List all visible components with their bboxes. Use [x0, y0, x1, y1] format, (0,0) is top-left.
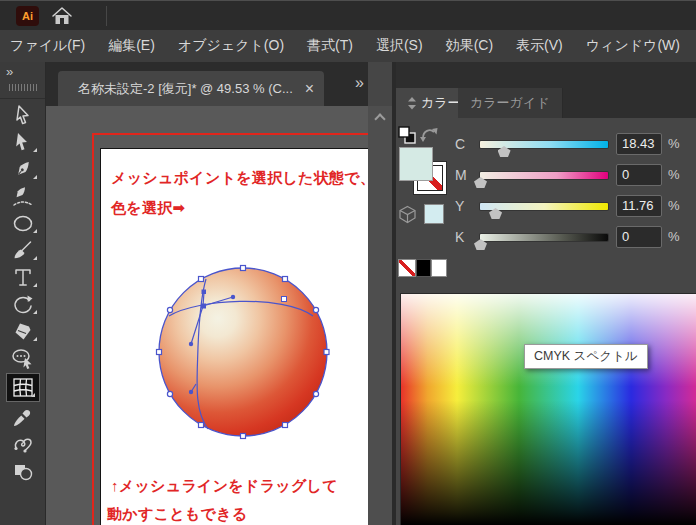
shapes-tool-icon	[11, 459, 35, 483]
shape-builder-tool[interactable]	[5, 345, 41, 372]
menu-file[interactable]: ファイル(F)	[10, 37, 85, 55]
pen-tool[interactable]	[5, 156, 41, 183]
tab-color-guide-label: カラーガイド	[470, 94, 550, 112]
magenta-slider-row: M 0 %	[396, 164, 696, 188]
type-tool-icon	[11, 266, 35, 290]
magenta-value-field[interactable]: 0	[616, 164, 662, 186]
quick-swatch-none[interactable]	[398, 259, 416, 277]
tab-close-icon[interactable]: ×	[305, 81, 314, 97]
yellow-unit: %	[668, 198, 680, 213]
eraser-tool[interactable]	[5, 318, 41, 345]
yellow-label: Y	[455, 198, 464, 214]
paintbrush-tool[interactable]	[5, 237, 41, 264]
menu-object[interactable]: オブジェクト(O)	[178, 37, 284, 55]
mesh-tool-icon	[11, 376, 35, 400]
cyan-unit: %	[668, 136, 680, 151]
spectrum-tooltip: CMYK スペクトル	[524, 344, 648, 369]
puppet-warp-tool[interactable]	[5, 430, 41, 457]
eraser-tool-icon	[11, 320, 35, 344]
curvature-tool[interactable]	[5, 183, 41, 210]
menu-effect[interactable]: 効果(C)	[446, 37, 493, 55]
paintbrush-tool-icon	[11, 239, 35, 263]
black-slider-handle[interactable]	[474, 239, 487, 250]
illustrator-window: Ai ファイル(F) 編集(E) オブジェクト(O) 書式(T) 選択(S) 効…	[0, 0, 696, 525]
direct-selection-tool-icon	[11, 131, 35, 155]
magenta-unit: %	[668, 167, 680, 182]
black-unit: %	[668, 229, 680, 244]
annotation-bottom-line2: 動かすこともできる	[107, 505, 248, 524]
eyedropper-tool-icon	[11, 405, 35, 429]
canvas[interactable]: メッシュポイントを選択した状態で、 色を選択➡	[46, 106, 368, 525]
tab-color-label: カラー	[421, 94, 461, 112]
yellow-slider-handle[interactable]	[489, 208, 502, 219]
cyan-value-field[interactable]: 18.43	[616, 133, 662, 155]
tab-overflow-icon[interactable]: »	[355, 74, 362, 92]
toolbar-drag-grip[interactable]	[9, 84, 37, 91]
black-slider-row: K 0 %	[396, 226, 696, 250]
menu-type[interactable]: 書式(T)	[307, 37, 353, 55]
direct-selection-tool[interactable]	[5, 129, 41, 156]
magenta-slider[interactable]	[480, 172, 608, 179]
mesh-sphere-fill	[159, 268, 327, 436]
menu-select[interactable]: 選択(S)	[376, 37, 423, 55]
home-icon	[51, 6, 73, 26]
ellipse-tool-icon	[11, 212, 35, 236]
puppet-warp-tool-icon	[11, 432, 35, 456]
toolbar-expand-button[interactable]: »	[6, 64, 11, 79]
yellow-slider-row: Y 11.76 %	[396, 195, 696, 219]
black-label: K	[455, 229, 464, 245]
home-button[interactable]	[50, 5, 74, 27]
yellow-slider[interactable]	[480, 203, 608, 210]
tool-list	[0, 102, 46, 484]
black-value-field[interactable]: 0	[616, 226, 662, 248]
menu-window[interactable]: ウィンドウ(W)	[586, 37, 680, 55]
type-tool[interactable]	[5, 264, 41, 291]
magenta-slider-handle[interactable]	[474, 177, 487, 188]
canvas-scrollbar[interactable]	[368, 106, 392, 525]
pen-tool-icon	[11, 158, 35, 182]
annotation-bottom-line1: ↑メッシュラインをドラッグして	[111, 477, 338, 496]
tab-color-guide[interactable]: カラーガイド	[458, 88, 563, 118]
panel-collapse-icon[interactable]	[408, 97, 416, 110]
ellipse-tool[interactable]	[5, 210, 41, 237]
menu-edit[interactable]: 編集(E)	[108, 37, 155, 55]
document-tab-title: 名称未設定-2 [復元]* @ 49.53 % (C...	[78, 80, 293, 98]
color-panel-header: カラー カラーガイド	[396, 62, 696, 118]
cyan-slider-row: C 18.43 %	[396, 133, 696, 157]
tools-panel: »	[0, 62, 46, 525]
toolbar-divider	[0, 98, 46, 99]
cyan-label: C	[455, 136, 465, 152]
rotate-tool[interactable]	[5, 291, 41, 318]
mesh-tool[interactable]	[6, 373, 40, 402]
document-tab[interactable]: 名称未設定-2 [復元]* @ 49.53 % (C... ×	[58, 71, 324, 106]
menu-bar: ファイル(F) 編集(E) オブジェクト(O) 書式(T) 選択(S) 効果(C…	[0, 30, 696, 62]
quick-swatch-black[interactable]	[416, 259, 431, 277]
color-panel: カラー カラーガイド	[396, 62, 696, 525]
quick-swatch-white[interactable]	[431, 259, 447, 277]
artboard-page[interactable]: メッシュポイントを選択した状態で、 色を選択➡	[100, 148, 368, 525]
black-slider[interactable]	[480, 234, 608, 241]
scroll-up-icon[interactable]	[374, 113, 385, 124]
color-panel-body: C 18.43 % M 0 % Y 11.76 % K 0 %	[396, 118, 696, 525]
magenta-label: M	[455, 167, 467, 183]
illustrator-logo-icon: Ai	[16, 6, 39, 26]
selection-tool[interactable]	[5, 102, 41, 129]
cyan-slider-handle[interactable]	[498, 146, 511, 157]
annotation-top-line2: 色を選択➡	[111, 199, 185, 218]
selection-tool-icon	[11, 104, 35, 128]
curvature-tool-icon	[11, 185, 35, 209]
app-bar: Ai	[0, 0, 696, 30]
eyedropper-tool[interactable]	[5, 403, 41, 430]
cmyk-spectrum[interactable]	[400, 293, 696, 525]
rotate-tool-icon	[11, 293, 35, 317]
document-tab-bar: 名称未設定-2 [復元]* @ 49.53 % (C... × »	[46, 62, 368, 106]
appbar-separator	[106, 6, 107, 26]
shapes-tool[interactable]	[5, 457, 41, 484]
annotation-top-line1: メッシュポイントを選択した状態で、	[111, 169, 368, 188]
menu-view[interactable]: 表示(V)	[516, 37, 563, 55]
yellow-value-field[interactable]: 11.76	[616, 195, 662, 217]
gradient-mesh-sphere[interactable]	[141, 252, 346, 457]
shape-builder-tool-icon	[11, 347, 35, 371]
cyan-slider[interactable]	[480, 141, 608, 148]
